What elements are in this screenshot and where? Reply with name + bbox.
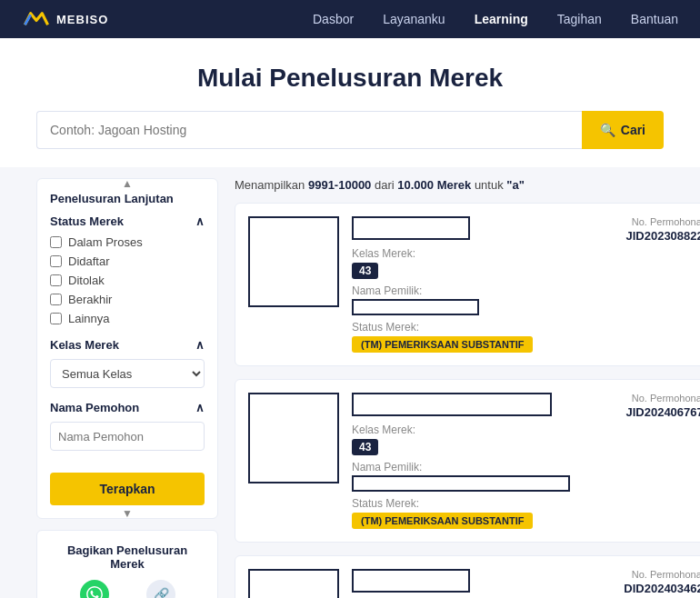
checkbox-dalam-proses[interactable]: Dalam Proses: [50, 235, 205, 249]
checkbox-didaftar[interactable]: Didaftar: [50, 254, 205, 268]
checkbox-berakhir[interactable]: Berakhir: [50, 293, 205, 306]
nav-item-bantuan[interactable]: Bantuan: [631, 11, 678, 27]
no-permohonan-label: No. Permohonan:: [583, 216, 700, 227]
scroll-up-button[interactable]: ▲: [118, 177, 136, 190]
no-permohonan-value: DID2024034621: [583, 582, 700, 595]
kelas-label: Kelas Merek:: [352, 424, 570, 436]
navbar: MEBISO Dasbor Layananku Learning Tagihan…: [0, 0, 700, 38]
nama-pemohon-input[interactable]: [50, 422, 205, 451]
result-info: Kelas Merek: 43 Nama Pemilik: Status Mer…: [352, 216, 570, 353]
result-logo: [248, 393, 339, 483]
search-button[interactable]: 🔍 Cari: [582, 111, 664, 149]
chevron-up-icon-kelas: ∧: [195, 338, 205, 352]
nama-pemilik-label: Nama Pemilik:: [352, 284, 570, 297]
search-input[interactable]: [36, 111, 582, 149]
status-header[interactable]: Status Merek ∧: [50, 214, 205, 228]
link-share[interactable]: 🔗 Salin Link: [140, 580, 184, 598]
status-badge: (TM) PEMERIKSAAN SUBSTANTIF: [352, 336, 533, 353]
kelas-header[interactable]: Kelas Merek ∧: [50, 338, 205, 352]
nama-pemilik-box: [352, 475, 570, 492]
chevron-up-icon: ∧: [195, 214, 205, 228]
kelas-section: Kelas Merek ∧ Semua Kelas: [50, 338, 205, 388]
result-logo: [248, 216, 339, 307]
share-box: Bagikan Penelusuran Merek WhatsApp 🔗 Sal…: [36, 530, 218, 598]
nama-section: Nama Pemohon ∧: [50, 401, 205, 460]
kelas-badge: 43: [352, 263, 378, 279]
logo-text: MEBISO: [56, 13, 108, 26]
result-name-box: [352, 393, 552, 416]
terapkan-button[interactable]: Terapkan: [50, 473, 205, 505]
search-section: 🔍 Cari: [0, 111, 700, 167]
logo-icon: [22, 9, 51, 29]
result-name-box: [352, 569, 470, 593]
checkbox-ditolak[interactable]: Ditolak: [50, 274, 205, 287]
nav-item-tagihan[interactable]: Tagihan: [557, 11, 602, 27]
nama-pemilik-box: [352, 299, 479, 315]
share-icons: WhatsApp 🔗 Salin Link: [50, 580, 205, 598]
status-label: Status Merek:: [352, 321, 570, 334]
scroll-down-button[interactable]: ▼: [118, 507, 136, 520]
page-title-section: Mulai Penelusuran Merek: [0, 38, 700, 111]
page-title: Mulai Penelusuran Merek: [0, 64, 700, 93]
results-section: Menampilkan 9991-10000 dari 10.000 Merek…: [235, 178, 700, 598]
link-icon: 🔗: [146, 580, 175, 598]
result-logo: [248, 569, 339, 598]
result-card: Kelas Merek: 19 Nama Pemilik: Status Mer…: [235, 555, 700, 598]
result-card: Kelas Merek: 43 Nama Pemilik: Status Mer…: [235, 379, 700, 543]
share-title: Bagikan Penelusuran Merek: [50, 543, 205, 571]
checkbox-lainnya[interactable]: Lainnya: [50, 312, 205, 325]
result-meta-right: No. Permohonan: DID2024034621: [583, 569, 700, 595]
whatsapp-share[interactable]: WhatsApp: [72, 580, 118, 598]
sidebar: ▲ Penelusuran Lanjutan Status Merek ∧ Da…: [36, 178, 218, 519]
kelas-select[interactable]: Semua Kelas: [50, 359, 205, 388]
kelas-badge: 43: [352, 439, 378, 455]
whatsapp-icon: [80, 580, 109, 598]
status-label: Status Merek:: [352, 497, 570, 510]
nav-item-learning[interactable]: Learning: [475, 11, 528, 27]
nav-item-layananku[interactable]: Layananku: [383, 11, 445, 27]
logo[interactable]: MEBISO: [22, 9, 108, 29]
nav-item-dasbor[interactable]: Dasbor: [313, 11, 354, 27]
kelas-label: Kelas Merek:: [352, 247, 570, 260]
result-name-box: [352, 216, 470, 240]
result-info: Kelas Merek: 19 Nama Pemilik: Status Mer…: [352, 569, 570, 598]
status-section: Status Merek ∧ Dalam Proses Didaftar Dit…: [50, 214, 205, 325]
nama-header[interactable]: Nama Pemohon ∧: [50, 401, 205, 414]
no-permohonan-value: JID2023088220: [583, 229, 700, 243]
status-badge: (TM) PEMERIKSAAN SUBSTANTIF: [352, 513, 533, 529]
result-info: Kelas Merek: 43 Nama Pemilik: Status Mer…: [352, 393, 570, 529]
main-layout: ▲ Penelusuran Lanjutan Status Merek ∧ Da…: [0, 167, 700, 598]
sidebar-title: Penelusuran Lanjutan: [50, 192, 205, 205]
result-meta-right: No. Permohonan: JID2024067671: [583, 393, 700, 419]
search-icon: 🔍: [600, 123, 615, 137]
nama-pemilik-label: Nama Pemilik:: [352, 461, 570, 473]
result-meta-right: No. Permohonan: JID2023088220: [583, 216, 700, 243]
result-card: Kelas Merek: 43 Nama Pemilik: Status Mer…: [235, 203, 700, 366]
chevron-up-icon-nama: ∧: [195, 401, 205, 414]
no-permohonan-value: JID2024067671: [583, 405, 700, 419]
nav-links: Dasbor Layananku Learning Tagihan Bantua…: [313, 11, 678, 27]
results-meta: Menampilkan 9991-10000 dari 10.000 Merek…: [235, 178, 700, 192]
no-permohonan-label: No. Permohonan:: [583, 569, 700, 580]
no-permohonan-label: No. Permohonan:: [583, 393, 700, 404]
